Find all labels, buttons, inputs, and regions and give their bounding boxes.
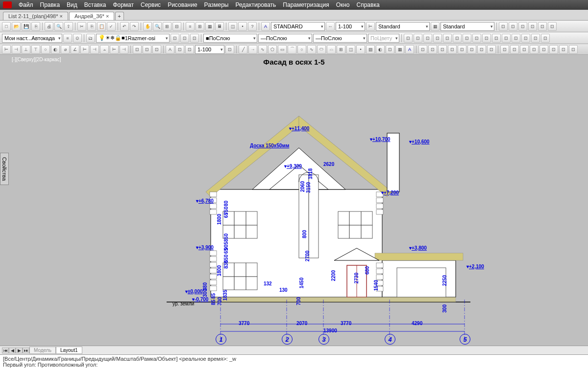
e4-icon[interactable]: ⊡ bbox=[448, 45, 457, 54]
d5-icon[interactable]: ○ bbox=[41, 45, 50, 54]
menu-insert[interactable]: Вставка bbox=[84, 1, 106, 8]
ellipse-icon[interactable]: ⬭ bbox=[317, 45, 326, 54]
x6-icon[interactable]: ⊡ bbox=[548, 22, 557, 31]
e13-icon[interactable]: ⊡ bbox=[539, 45, 548, 54]
layerstate-icon[interactable]: 🗂 bbox=[86, 34, 95, 43]
menu-tools[interactable]: Сервис bbox=[141, 1, 161, 8]
d15-icon[interactable]: ⊡ bbox=[143, 45, 151, 54]
mtext-icon[interactable]: A bbox=[405, 45, 414, 54]
print-icon[interactable]: 🖨 bbox=[45, 22, 53, 31]
l2-icon[interactable]: ⊡ bbox=[180, 34, 189, 43]
tbl-icon[interactable]: ▦ bbox=[431, 22, 440, 31]
m5-icon[interactable]: ⊡ bbox=[443, 34, 452, 43]
m10-icon[interactable]: ⊡ bbox=[492, 34, 501, 43]
open-icon[interactable]: 📂 bbox=[12, 22, 21, 31]
dimst-icon[interactable]: ⊢ bbox=[366, 22, 375, 31]
match-icon[interactable]: ✓ bbox=[107, 22, 116, 31]
d6-icon[interactable]: ◐ bbox=[51, 45, 60, 54]
m13-icon[interactable]: ⊡ bbox=[521, 34, 530, 43]
preview-icon[interactable]: 🔍 bbox=[54, 22, 63, 31]
d10-icon[interactable]: ⊣ bbox=[90, 45, 99, 54]
m15-icon[interactable]: ⊡ bbox=[541, 34, 550, 43]
block-icon[interactable]: ◫ bbox=[228, 22, 237, 31]
text-icon[interactable]: A bbox=[261, 22, 270, 31]
calc-icon[interactable]: 🖩 bbox=[215, 22, 224, 31]
menu-help[interactable]: Справка bbox=[357, 1, 380, 8]
m12-icon[interactable]: ⊡ bbox=[512, 34, 520, 43]
m2-icon[interactable]: ⊡ bbox=[414, 34, 422, 43]
e15-icon[interactable]: ⊡ bbox=[559, 45, 568, 54]
e6-icon[interactable]: ⊡ bbox=[467, 45, 476, 54]
x2-icon[interactable]: ⊡ bbox=[509, 22, 517, 31]
paste-icon[interactable]: 📋 bbox=[97, 22, 106, 31]
d13-icon[interactable]: ⊣ bbox=[120, 45, 128, 54]
new-icon[interactable]: □ bbox=[2, 22, 11, 31]
sheet-icon[interactable]: ▦ bbox=[205, 22, 214, 31]
earc-icon[interactable]: ⌓ bbox=[327, 45, 336, 54]
zoomp-icon[interactable]: ⊟ bbox=[172, 22, 181, 31]
dim-icon[interactable]: ↔ bbox=[326, 22, 335, 31]
x3-icon[interactable]: ⊡ bbox=[518, 22, 527, 31]
undo-icon[interactable]: ↶ bbox=[120, 22, 129, 31]
menu-window[interactable]: Окно bbox=[336, 1, 350, 8]
tab-next[interactable]: ▶ bbox=[16, 348, 23, 353]
l1-icon[interactable]: ⊡ bbox=[171, 34, 179, 43]
tab-first[interactable]: ⏮ bbox=[2, 348, 9, 353]
tab-prev[interactable]: ◀ bbox=[9, 348, 16, 353]
e2-icon[interactable]: ⊡ bbox=[428, 45, 437, 54]
tool-icon[interactable]: ⊞ bbox=[196, 22, 204, 31]
d3-icon[interactable]: ⊥ bbox=[22, 45, 30, 54]
help-icon[interactable]: ? bbox=[248, 22, 257, 31]
text-style-combo[interactable]: STANDARD bbox=[271, 22, 325, 31]
d16-icon[interactable]: ⊡ bbox=[152, 45, 161, 54]
e5-icon[interactable]: ⊡ bbox=[458, 45, 466, 54]
e11-icon[interactable]: ⊡ bbox=[520, 45, 529, 54]
e14-icon[interactable]: ⊡ bbox=[549, 45, 558, 54]
doc-tab-1[interactable]: List 2-11_(planj)498* × bbox=[3, 12, 68, 20]
menu-parametric[interactable]: Параметризация bbox=[283, 1, 329, 8]
menu-edit[interactable]: Правка bbox=[40, 1, 60, 8]
grad-icon[interactable]: ◐ bbox=[376, 45, 385, 54]
ltype-combo[interactable]: — ПоСлою bbox=[258, 34, 312, 43]
d7-icon[interactable]: ⌀ bbox=[61, 45, 70, 54]
d8-icon[interactable]: ∠ bbox=[71, 45, 79, 54]
tab-last[interactable]: ⏭ bbox=[23, 348, 29, 353]
m9-icon[interactable]: ⊡ bbox=[482, 34, 491, 43]
d17-icon[interactable]: A bbox=[166, 45, 174, 54]
plotstyle-combo[interactable]: ПоЦвету bbox=[368, 34, 399, 43]
line-icon[interactable]: ╱ bbox=[239, 45, 247, 54]
m8-icon[interactable]: ⊡ bbox=[472, 34, 481, 43]
d11-icon[interactable]: ⫠ bbox=[100, 45, 109, 54]
arc-icon[interactable]: ⌒ bbox=[288, 45, 296, 54]
m1-icon[interactable]: ⊡ bbox=[404, 34, 413, 43]
viewport-label[interactable]: [-][Сверху][2D-каркас] bbox=[12, 57, 61, 62]
cut-icon[interactable]: ✂ bbox=[77, 22, 86, 31]
poly-icon[interactable]: ⬠ bbox=[268, 45, 277, 54]
menu-modify[interactable]: Редактировать bbox=[235, 1, 276, 8]
m14-icon[interactable]: ⊡ bbox=[531, 34, 540, 43]
reg-icon[interactable]: ⊡ bbox=[386, 45, 394, 54]
d14-icon[interactable]: ⊡ bbox=[133, 45, 142, 54]
d2-icon[interactable]: ⊣ bbox=[12, 45, 21, 54]
m7-icon[interactable]: ⊡ bbox=[463, 34, 471, 43]
menu-format[interactable]: Формат bbox=[113, 1, 134, 8]
l3-icon[interactable]: ⊡ bbox=[190, 34, 199, 43]
layermgr-icon[interactable]: ≡ bbox=[63, 34, 72, 43]
dim-style-combo[interactable]: Standard bbox=[376, 22, 430, 31]
circle-icon[interactable]: ○ bbox=[297, 45, 306, 54]
tbl2-icon[interactable]: ▦ bbox=[395, 45, 404, 54]
point-icon[interactable]: • bbox=[238, 22, 247, 31]
drawing-canvas[interactable]: Свойства [-][Сверху][2D-каркас] Фасад в … bbox=[0, 55, 588, 346]
color-combo[interactable]: ■ ПоСлою bbox=[203, 34, 257, 43]
m11-icon[interactable]: ⊡ bbox=[502, 34, 511, 43]
copy-icon[interactable]: ⎘ bbox=[87, 22, 96, 31]
layer-preset-combo[interactable]: Мои наст...Автокада bbox=[2, 34, 62, 43]
publish-icon[interactable]: ⇪ bbox=[64, 22, 73, 31]
tab-layout1[interactable]: Layout1 bbox=[56, 347, 82, 354]
ray-icon[interactable]: → bbox=[248, 45, 257, 54]
properties-palette-tab[interactable]: Свойства bbox=[0, 153, 9, 185]
zoomw-icon[interactable]: ⊞ bbox=[163, 22, 172, 31]
e10-icon[interactable]: ⊡ bbox=[510, 45, 519, 54]
d4-icon[interactable]: ⊤ bbox=[31, 45, 40, 54]
x1-icon[interactable]: ⊡ bbox=[499, 22, 508, 31]
